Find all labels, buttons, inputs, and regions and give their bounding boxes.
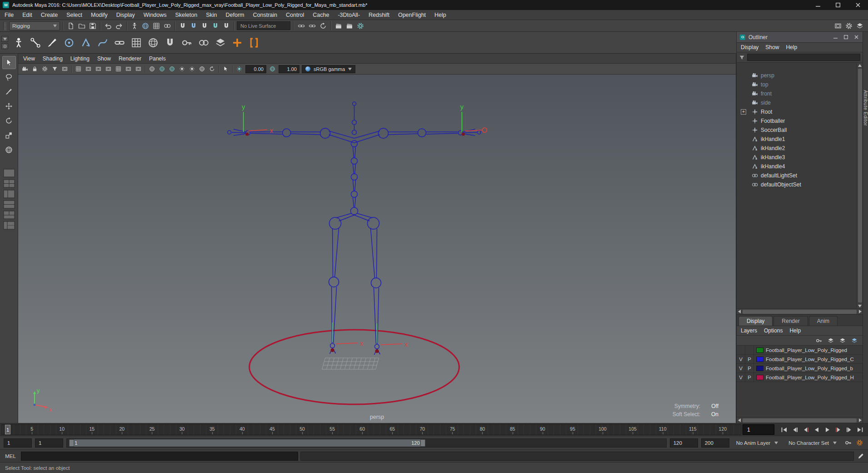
- isolate-select-icon[interactable]: [221, 65, 230, 73]
- outliner-item-defaultlightset[interactable]: defaultLightSet: [737, 171, 857, 180]
- snap-view-icon[interactable]: [221, 21, 231, 30]
- close-button[interactable]: [848, 0, 868, 10]
- empty-layer-icon[interactable]: [826, 336, 835, 345]
- outliner-persp-layout-button[interactable]: [3, 221, 15, 230]
- menu-redshift[interactable]: Redshift: [369, 12, 389, 18]
- tab-render[interactable]: Render: [773, 316, 808, 326]
- menu-create[interactable]: Create: [41, 12, 58, 18]
- menu-skin[interactable]: Skin: [206, 12, 217, 18]
- layer-row[interactable]: V P Football_Player_Low_Poly_Rigged_b: [737, 364, 863, 373]
- three-pane-layout-button[interactable]: [3, 211, 15, 219]
- shelf-item-mirror-joint[interactable]: [196, 35, 211, 51]
- move-tool[interactable]: [2, 100, 16, 113]
- x-axis-handles[interactable]: [248, 128, 487, 345]
- status-separator[interactable]: [330, 21, 331, 30]
- select-tool[interactable]: [2, 56, 16, 69]
- script-editor-icon[interactable]: [856, 451, 866, 461]
- status-separator[interactable]: [100, 21, 100, 30]
- layer-playback-toggle[interactable]: P: [745, 355, 754, 363]
- safe-action-icon[interactable]: [124, 65, 133, 73]
- status-separator[interactable]: [234, 21, 234, 30]
- anim-layer-dropdown[interactable]: No Anim Layer: [733, 438, 782, 448]
- tab-display[interactable]: Display: [738, 316, 773, 326]
- safe-title-icon[interactable]: [134, 65, 143, 73]
- contrast-field[interactable]: 1.00: [279, 65, 299, 73]
- textured-icon[interactable]: [167, 65, 177, 73]
- command-language-label[interactable]: MEL: [2, 453, 19, 459]
- scroll-right-icon[interactable]: [858, 309, 863, 314]
- scroll-right-icon[interactable]: [858, 418, 863, 423]
- expand-icon[interactable]: +: [741, 109, 746, 115]
- layer-name[interactable]: Football_Player_Low_Poly_Rigged: [766, 347, 863, 353]
- undo-icon[interactable]: [103, 21, 113, 30]
- snap-grid-icon[interactable]: [178, 21, 187, 30]
- camera-attributes-icon[interactable]: [40, 65, 50, 73]
- menu-openflight[interactable]: OpenFlight: [398, 12, 426, 18]
- menu-edit[interactable]: Edit: [22, 12, 32, 18]
- layer-row[interactable]: V P Football_Player_Low_Poly_Rigged_C: [737, 355, 863, 364]
- shelf-item-set-driven-key[interactable]: [246, 35, 262, 51]
- select-camera-icon[interactable]: [20, 65, 30, 73]
- minimize-button[interactable]: [808, 0, 828, 10]
- go-to-end-button[interactable]: [855, 425, 865, 435]
- maximize-button[interactable]: [828, 0, 848, 10]
- menu-file[interactable]: File: [5, 12, 14, 18]
- film-gate-icon[interactable]: [84, 65, 93, 73]
- viewport-3d[interactable]: y y x x x: [18, 75, 736, 423]
- layers-menu[interactable]: Layers: [741, 327, 757, 334]
- menu-deform[interactable]: Deform: [226, 12, 244, 18]
- layer-name[interactable]: Football_Player_Low_Poly_Rigged_C: [766, 357, 863, 362]
- snap-curve-icon[interactable]: [189, 21, 198, 30]
- menu-windows[interactable]: Windows: [144, 12, 167, 18]
- rotate-tool[interactable]: [2, 114, 16, 127]
- outliner-item-defaultobjectset[interactable]: defaultObjectSet: [737, 180, 857, 189]
- play-backwards-button[interactable]: [811, 425, 822, 435]
- layer-row[interactable]: Football_Player_Low_Poly_Rigged: [737, 346, 863, 355]
- menu-cache[interactable]: Cache: [313, 12, 329, 18]
- new-scene-icon[interactable]: [66, 21, 75, 30]
- scrollbar-thumb[interactable]: [743, 310, 857, 314]
- animation-start-field[interactable]: 1: [4, 438, 32, 448]
- gate-mask-icon[interactable]: [104, 65, 113, 73]
- current-frame-field[interactable]: 1: [743, 424, 774, 435]
- output-connections-icon[interactable]: [307, 21, 317, 30]
- panel-menu-shading[interactable]: Shading: [43, 55, 63, 62]
- lock-camera-icon[interactable]: [30, 65, 40, 73]
- scrollbar-thumb[interactable]: [858, 69, 862, 302]
- outliner-vertical-scrollbar[interactable]: [857, 63, 863, 308]
- scrollbar-thumb[interactable]: [743, 418, 857, 423]
- go-to-start-button[interactable]: [778, 425, 789, 435]
- auto-keyframe-icon[interactable]: [843, 438, 853, 448]
- soccer-ball-mesh[interactable]: [322, 358, 379, 369]
- layer-name[interactable]: Football_Player_Low_Poly_Rigged_H: [766, 375, 863, 380]
- exposure-field[interactable]: 0.00: [245, 65, 266, 73]
- scale-tool[interactable]: [2, 129, 16, 142]
- shelf-item-ik-spline[interactable]: [95, 35, 110, 51]
- animation-preferences-icon[interactable]: [855, 438, 864, 448]
- shaded-icon[interactable]: [157, 65, 167, 73]
- tab-anim[interactable]: Anim: [809, 316, 838, 326]
- input-connections-icon[interactable]: [296, 21, 306, 30]
- scroll-left-icon[interactable]: [737, 309, 742, 314]
- channel-box-toggle-icon[interactable]: [855, 21, 864, 30]
- shelf-item-add-attribute[interactable]: [229, 35, 245, 51]
- step-back-frame-button[interactable]: [789, 425, 800, 435]
- shelf-tab-menu-icon[interactable]: [1, 36, 8, 42]
- outliner-maximize-icon[interactable]: [843, 34, 849, 40]
- menu-help[interactable]: Help: [434, 12, 446, 18]
- attribute-editor-toggle-icon[interactable]: [833, 21, 843, 30]
- menu-select[interactable]: Select: [66, 12, 82, 18]
- shelf-item-joint-tool[interactable]: [61, 35, 77, 51]
- step-back-key-button[interactable]: [800, 425, 811, 435]
- outliner-menu-help[interactable]: Help: [786, 44, 797, 50]
- panel-menu-panels[interactable]: Panels: [149, 55, 166, 62]
- new-layer-from-selected-icon[interactable]: [849, 336, 859, 345]
- outliner-item-soccerball[interactable]: SoccerBall: [737, 126, 857, 135]
- layer-visibility-toggle[interactable]: V: [737, 355, 745, 363]
- menu-skeleton[interactable]: Skeleton: [175, 12, 198, 18]
- shelf-item-ik-handle-tool[interactable]: [78, 35, 94, 51]
- select-asset-icon[interactable]: [162, 21, 172, 30]
- single-pane-layout-button[interactable]: [3, 169, 15, 177]
- select-component-icon[interactable]: [151, 21, 161, 30]
- layer-playback-toggle[interactable]: [745, 346, 754, 354]
